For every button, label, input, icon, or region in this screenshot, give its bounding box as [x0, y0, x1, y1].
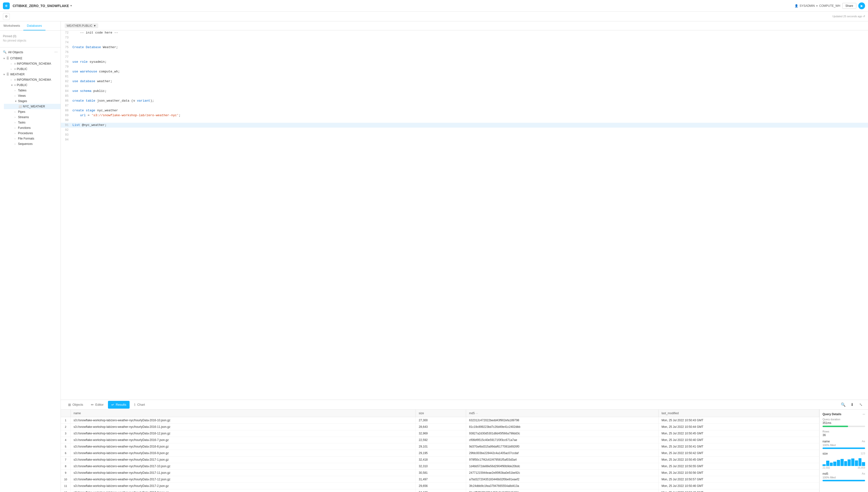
schema-context[interactable]: WEATHER.PUBLIC ▼ — [65, 23, 98, 28]
code-editor[interactable]: 72 -- init code here --737475Create Data… — [61, 30, 868, 400]
qd-size-range: 22,592 35,959 — [822, 466, 865, 469]
table-row[interactable]: 3s3://snowflake-workshop-lab/zero-weathe… — [61, 430, 819, 437]
code-line-92[interactable]: 92 — [61, 128, 868, 132]
code-line-90[interactable]: 90 — [61, 118, 868, 123]
code-line-80[interactable]: 80use warehouse compute_wh; — [61, 69, 868, 74]
table-row[interactable]: 7s3://snowflake-workshop-lab/zero-weathe… — [61, 457, 819, 463]
cell-size: 28,643 — [416, 424, 466, 430]
worksheet-title[interactable]: CITIBIKE_ZERO_TO_SNOWFLAKE ▼ — [13, 4, 72, 8]
table-row[interactable]: 9s3://snowflake-workshop-lab/zero-weathe… — [61, 470, 819, 476]
table-row[interactable]: 12s3://snowflake-workshop-lab/zero-weath… — [61, 489, 819, 492]
db-citibike[interactable]: ▼ 🗄 CITIBIKE — [0, 56, 60, 61]
code-line-94[interactable]: 94 — [61, 137, 868, 142]
line-content — [72, 40, 868, 45]
all-objects-row[interactable]: 🔍 All Objects ··· — [0, 48, 60, 56]
mini-bar — [862, 462, 865, 466]
schema-info[interactable]: › ≡ INFORMATION_SCHEMA — [4, 61, 60, 66]
expand-button[interactable]: ⤡ — [857, 401, 864, 408]
code-line-73[interactable]: 73 — [61, 35, 868, 40]
code-line-78[interactable]: 78use role sysadmin; — [61, 59, 868, 65]
line-content — [72, 94, 868, 98]
streams-group[interactable]: › Streams — [4, 115, 60, 120]
sequences-group[interactable]: › Sequences — [4, 141, 60, 147]
settings-button[interactable]: ⚙ — [3, 13, 10, 20]
bottom-tabs: ⊞ Objects ✏ Editor ↵ Results ⌇ Chart 🔍 — [61, 400, 868, 410]
file-formats-group[interactable]: › File Formats — [4, 136, 60, 141]
db-weather[interactable]: ▼ 🗄 WEATHER — [0, 72, 60, 77]
tab-actions: 🔍 ⬇ ⤡ — [840, 401, 864, 408]
col-more-icon[interactable]: ··· — [476, 412, 478, 415]
tab-chart[interactable]: ⌇ Chart — [130, 401, 148, 409]
code-line-79[interactable]: 79 — [61, 65, 868, 69]
schema-public[interactable]: › ≡ PUBLIC — [4, 66, 60, 72]
table-row[interactable]: 6s3://snowflake-workshop-lab/zero-weathe… — [61, 450, 819, 457]
table-row[interactable]: 4s3://snowflake-workshop-lab/zero-weathe… — [61, 437, 819, 443]
line-content — [72, 74, 868, 79]
weather-info-schema[interactable]: › ≡ INFORMATION_SCHEMA — [4, 77, 60, 82]
more-icon[interactable]: ··· — [54, 50, 58, 54]
databases-tab[interactable]: Databases — [23, 21, 45, 30]
cell-md5: 1d4bb572de88e56d2904f90b9de20bdc — [466, 463, 659, 470]
app-logo: ❄ — [3, 2, 10, 9]
code-line-76[interactable]: 76 — [61, 50, 868, 55]
code-line-75[interactable]: 75Create Database Weather; — [61, 45, 868, 50]
code-line-86[interactable]: 86create table json_weather_data (v vari… — [61, 98, 868, 103]
tables-group[interactable]: › Tables — [4, 88, 60, 93]
qd-col-name-label: name Aa — [822, 440, 865, 443]
code-line-77[interactable]: 77 — [61, 55, 868, 59]
main-content: WEATHER.PUBLIC ▼ 72 -- init code here --… — [61, 21, 868, 492]
line-content: use role sysadmin; — [72, 59, 868, 65]
pipes-group[interactable]: › Pipes — [4, 109, 60, 115]
weather-public-schema[interactable]: ▼ ≡ PUBLIC — [4, 82, 60, 88]
table-row[interactable]: 8s3://snowflake-workshop-lab/zero-weathe… — [61, 463, 819, 470]
code-line-89[interactable]: 89 url = 's3://snowflake-workshop-lab/ze… — [61, 113, 868, 118]
table-row[interactable]: 1s3://snowflake-workshop-lab/zero-weathe… — [61, 417, 819, 424]
cell-size: 29,656 — [416, 483, 466, 489]
functions-group[interactable]: › Functions — [4, 125, 60, 130]
stages-group[interactable]: ▼ Stages — [4, 98, 60, 104]
line-number: 80 — [61, 69, 72, 74]
code-line-93[interactable]: 93 — [61, 132, 868, 137]
table-row[interactable]: 10s3://snowflake-workshop-lab/zero-weath… — [61, 476, 819, 483]
secondbar: ⚙ Updated 25 seconds ago ↺ — [0, 12, 868, 21]
line-content: use schema public; — [72, 89, 868, 94]
schema-public-label: PUBLIC — [17, 67, 27, 71]
code-line-72[interactable]: 72 -- init code here -- — [61, 30, 868, 35]
code-line-87[interactable]: 87 — [61, 103, 868, 108]
tasks-group[interactable]: › Tasks — [4, 120, 60, 125]
code-line-83[interactable]: 83 — [61, 84, 868, 89]
search-icon: 🔍 — [3, 50, 6, 54]
query-details-title: Query Details ··· — [822, 413, 865, 416]
code-line-82[interactable]: 82use database weather; — [61, 79, 868, 84]
tab-objects[interactable]: ⊞ Objects — [65, 401, 86, 409]
procedures-group[interactable]: › Procedures — [4, 130, 60, 136]
download-button[interactable]: ⬇ — [848, 401, 855, 408]
code-line-84[interactable]: 84use schema public; — [61, 89, 868, 94]
chevron-right-icon: › — [15, 116, 17, 119]
qd-more-icon[interactable]: ··· — [863, 413, 865, 416]
table-header: name size md5 ··· last_modified — [61, 410, 819, 417]
views-group[interactable]: › Views — [4, 93, 60, 98]
cell-name: s3://snowflake-workshop-lab/zero-weather… — [71, 489, 416, 492]
search-button[interactable]: 🔍 — [840, 401, 847, 408]
code-line-88[interactable]: 88create stage nyc_weather — [61, 108, 868, 113]
tab-editor[interactable]: ✏ Editor — [88, 401, 107, 409]
share-button[interactable]: Share — [842, 3, 856, 9]
code-line-74[interactable]: 74 — [61, 40, 868, 45]
line-number: 78 — [61, 59, 72, 65]
table-row[interactable]: 11s3://snowflake-workshop-lab/zero-weath… — [61, 483, 819, 489]
chevron-right-icon: › — [15, 132, 17, 135]
code-line-91[interactable]: 91List @nyc_weather; — [61, 123, 868, 128]
row-number: 10 — [61, 476, 71, 483]
schema-icon: ≡ — [14, 62, 16, 66]
stage-nyc-weather[interactable]: ⬜ NYC_WEATHER — [4, 104, 60, 109]
code-line-81[interactable]: 81 — [61, 74, 868, 79]
table-row[interactable]: 2s3://snowflake-workshop-lab/zero-weathe… — [61, 424, 819, 430]
tab-results[interactable]: ↵ Results — [108, 401, 130, 409]
col-md5-type: Aa — [862, 472, 865, 475]
code-line-85[interactable]: 85 — [61, 94, 868, 98]
table-row[interactable]: 5s3://snowflake-workshop-lab/zero-weathe… — [61, 443, 819, 450]
run-button[interactable]: ▶ — [858, 2, 865, 9]
mini-bar — [833, 462, 836, 466]
worksheets-tab[interactable]: Worksheets — [0, 21, 23, 30]
